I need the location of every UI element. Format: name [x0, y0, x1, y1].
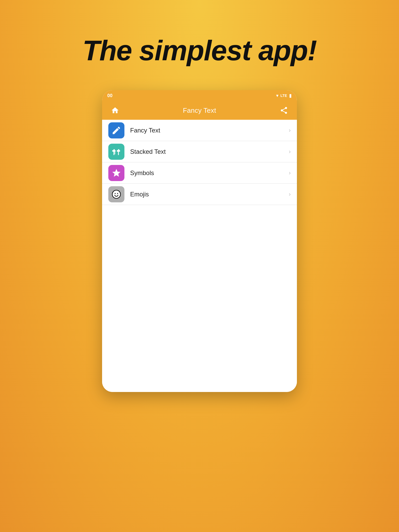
menu-item-fancy-text[interactable]: Fancy Text › — [102, 120, 297, 141]
phone-body-empty — [102, 205, 297, 392]
menu-list: Fancy Text › I Stacked Text › Symbols › — [102, 120, 297, 205]
menu-item-stacked-text[interactable]: I Stacked Text › — [102, 141, 297, 162]
share-icon — [280, 106, 288, 115]
share-button[interactable] — [278, 105, 290, 116]
status-icons: ▾ LTE ▮ — [276, 93, 292, 98]
symbols-label: Symbols — [130, 169, 286, 177]
star-icon — [111, 168, 121, 178]
fancy-text-icon-wrap — [108, 122, 124, 138]
lte-label: LTE — [281, 94, 287, 98]
stacked-text-icon-wrap: I — [108, 144, 124, 160]
emojis-label: Emojis — [130, 191, 286, 198]
emojis-chevron: › — [289, 191, 291, 198]
fancy-text-label: Fancy Text — [130, 127, 286, 134]
pencil-icon — [111, 125, 121, 135]
stacked-text-chevron: › — [289, 148, 291, 155]
fancy-text-chevron: › — [289, 127, 291, 134]
svg-text:I: I — [114, 150, 115, 155]
stacked-text-label: Stacked Text — [130, 148, 286, 155]
symbols-icon-wrap — [108, 165, 124, 181]
page-headline: The simplest app! — [82, 34, 316, 67]
emojis-icon-wrap — [108, 186, 124, 202]
home-icon — [111, 106, 119, 115]
toolbar-title: Fancy Text — [183, 107, 216, 115]
phone-frame: 00 ▾ LTE ▮ Fancy Text — [102, 90, 297, 392]
battery-icon: ▮ — [289, 93, 292, 98]
smile-icon — [111, 189, 121, 199]
svg-point-3 — [117, 193, 118, 194]
menu-item-symbols[interactable]: Symbols › — [102, 162, 297, 184]
svg-point-1 — [112, 190, 121, 198]
text-cursor-icon: I — [111, 147, 121, 157]
menu-item-emojis[interactable]: Emojis › — [102, 184, 297, 205]
wifi-icon: ▾ — [276, 93, 278, 98]
status-time: 00 — [107, 93, 112, 98]
status-bar: 00 ▾ LTE ▮ — [102, 90, 297, 101]
svg-point-2 — [115, 193, 116, 194]
symbols-chevron: › — [289, 170, 291, 176]
home-button[interactable] — [109, 105, 121, 116]
app-toolbar: Fancy Text — [102, 101, 297, 120]
